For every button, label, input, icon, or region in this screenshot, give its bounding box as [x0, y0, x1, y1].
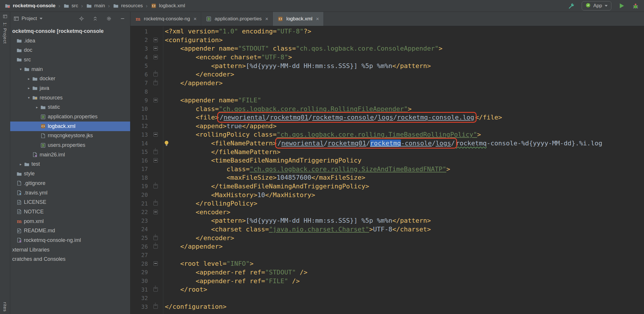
code-text[interactable]: </root>: [163, 286, 207, 293]
code-text[interactable]: <appender name="STDOUT" class="ch.qos.lo…: [163, 45, 443, 52]
code-text[interactable]: class="ch.qos.logback.core.rolling.Rolli…: [163, 105, 412, 113]
fold-end-icon[interactable]: [153, 72, 158, 76]
tree-item-doc[interactable]: doc: [10, 45, 130, 55]
code-text[interactable]: <appender-ref ref="FILE" />: [163, 277, 300, 285]
breadcrumb-item-logback-xml[interactable]: logback.xml: [149, 3, 187, 9]
code-text[interactable]: <fileNamePattern>/neworiental/rocketmq01…: [163, 140, 602, 147]
tree-item-readme-md[interactable]: README.md: [10, 226, 130, 236]
code-editor[interactable]: 1<?xml version="1.0" encoding="UTF-8"?>2…: [130, 26, 644, 314]
hide-panel-icon[interactable]: [119, 15, 126, 22]
tree-item-resources[interactable]: ▾resources: [10, 93, 130, 103]
code-text[interactable]: </configuration>: [163, 303, 227, 310]
fold-collapse-icon[interactable]: [153, 210, 158, 214]
code-text[interactable]: <?xml version="1.0" encoding="UTF-8"?>: [163, 28, 311, 35]
code-text[interactable]: <MaxHistory>10</MaxHistory>: [163, 191, 315, 199]
tree-item-rmqcngkeystore-jks[interactable]: rmqcngkeystore.jks: [10, 131, 130, 141]
fold-end-icon[interactable]: [153, 304, 158, 309]
fold-end-icon[interactable]: [153, 201, 158, 206]
tree-item-pom-xml[interactable]: mpom.xml: [10, 217, 130, 226]
tree-item-cratches-and-consoles[interactable]: cratches and Consoles: [10, 255, 130, 264]
locate-file-icon[interactable]: [78, 15, 85, 22]
code-text[interactable]: <encoder charset="UTF-8">: [163, 53, 292, 61]
code-text[interactable]: </fileNamePattern>: [163, 148, 280, 156]
tree-item-rocketmq-console-ng-iml[interactable]: rocketmq-console-ng.iml: [10, 236, 130, 245]
code-text[interactable]: </encoder>: [163, 234, 234, 242]
fold-end-icon[interactable]: [153, 184, 158, 188]
close-icon[interactable]: ×: [264, 16, 268, 22]
code-text[interactable]: <appender-ref ref="STDOUT" />: [163, 269, 307, 276]
fold-collapse-icon[interactable]: [153, 132, 158, 137]
editor-tab-rocketmq-console-ng[interactable]: mrocketmq-console-ng×: [130, 12, 201, 26]
code-text[interactable]: <append>true</append>: [163, 122, 277, 130]
chevron-right-icon[interactable]: ▸: [18, 162, 24, 166]
run-configuration-select[interactable]: App: [582, 1, 611, 10]
tree-item-users-properties[interactable]: users.properties: [10, 140, 130, 150]
code-text[interactable]: <pattern>[%d{yyyy-MM-dd HH:mm:ss.SSS}] %…: [163, 217, 431, 224]
tree-item-license[interactable]: LICENSE: [10, 197, 130, 207]
tree-item-java[interactable]: ▸java: [10, 83, 130, 93]
code-text[interactable]: class="ch.qos.logback.core.rolling.SizeA…: [163, 165, 450, 173]
code-text[interactable]: <pattern>[%d{yyyy-MM-dd HH:mm:ss.SSS}] %…: [163, 62, 431, 69]
tree-item-docker[interactable]: ▸docker: [10, 74, 130, 83]
tool-window-button-favorites[interactable]: rites: [3, 302, 8, 313]
code-text[interactable]: <timeBasedFileNamingAndTriggeringPolicy: [163, 157, 362, 164]
fold-collapse-icon[interactable]: [153, 38, 158, 42]
tool-window-button-project[interactable]: 1: Project: [3, 14, 8, 44]
tree-item-gitignore[interactable]: .gitignore: [10, 179, 130, 188]
tree-item-test[interactable]: ▸test: [10, 160, 130, 169]
close-icon[interactable]: ×: [193, 16, 197, 22]
breadcrumb-item-main[interactable]: main: [84, 3, 107, 9]
close-icon[interactable]: ×: [315, 16, 319, 22]
tree-item-logback-xml[interactable]: logback.xml: [10, 122, 130, 131]
fold-end-icon[interactable]: [153, 244, 158, 249]
tree-item-application-properties[interactable]: application.properties: [10, 112, 130, 122]
breadcrumb-item-rocketmq-console[interactable]: rocketmq-console: [3, 3, 57, 9]
collapse-all-icon[interactable]: [92, 15, 99, 22]
chevron-down-icon[interactable]: [40, 18, 43, 19]
run-button[interactable]: [618, 2, 625, 10]
fold-collapse-icon[interactable]: [153, 46, 158, 51]
chevron-down-icon[interactable]: ▾: [26, 96, 32, 100]
tree-item-notice[interactable]: NOTICE: [10, 207, 130, 217]
breadcrumb-item-resources[interactable]: resources: [111, 3, 144, 9]
code-text[interactable]: <charset class="java.nio.charset.Charset…: [163, 226, 431, 233]
fold-collapse-icon[interactable]: [153, 158, 158, 163]
fold-end-icon[interactable]: [153, 150, 158, 154]
fold-end-icon[interactable]: [153, 236, 158, 240]
code-text[interactable]: <file>/neworiental/rocketmq01/rocketmq-c…: [163, 114, 502, 121]
fold-end-icon[interactable]: [153, 287, 158, 292]
code-text[interactable]: <configuration>: [163, 36, 223, 44]
code-text[interactable]: </timeBasedFileNamingAndTriggeringPolicy…: [163, 183, 369, 190]
code-text[interactable]: </appender>: [163, 243, 223, 250]
intention-bulb-icon[interactable]: [164, 140, 169, 146]
code-text[interactable]: <appender name="FILE": [163, 97, 261, 104]
code-text[interactable]: </appender>: [163, 79, 223, 87]
tree-item-idea[interactable]: .idea: [10, 36, 130, 46]
project-panel-title[interactable]: Project: [22, 16, 37, 22]
fold-collapse-icon[interactable]: [153, 55, 158, 59]
tree-item-main26-iml[interactable]: main26.iml: [10, 150, 130, 160]
code-text[interactable]: <maxFileSize>104857600</maxFileSize>: [163, 174, 365, 181]
tree-item-travis-yml[interactable]: .travis.yml: [10, 188, 130, 198]
tree-item-main[interactable]: ▾main: [10, 65, 130, 74]
debug-button[interactable]: [632, 2, 639, 10]
settings-gear-icon[interactable]: [105, 15, 112, 22]
chevron-down-icon[interactable]: ▾: [18, 67, 24, 71]
fold-collapse-icon[interactable]: [153, 261, 158, 266]
chevron-right-icon[interactable]: ▸: [34, 105, 40, 109]
editor-tab-application-properties[interactable]: application.properties×: [201, 12, 273, 26]
code-text[interactable]: <root level="INFO">: [163, 260, 254, 267]
tree-item-src[interactable]: src: [10, 55, 130, 65]
code-text[interactable]: </encoder>: [163, 71, 234, 78]
code-text[interactable]: </rollingPolicy>: [163, 200, 257, 207]
chevron-right-icon[interactable]: ▸: [26, 77, 32, 81]
tree-item-ocketmq-console-rocketmq-console[interactable]: ocketmq-console [rocketmq-console: [10, 26, 130, 36]
editor-tab-logback-xml[interactable]: logback.xml×: [273, 12, 323, 26]
tree-item-xternal-libraries[interactable]: xternal Libraries: [10, 245, 130, 255]
build-hammer-icon[interactable]: [568, 2, 575, 10]
tree-item-static[interactable]: ▸static: [10, 103, 130, 112]
chevron-right-icon[interactable]: ▸: [26, 86, 32, 90]
code-text[interactable]: <encoder>: [163, 208, 230, 216]
fold-end-icon[interactable]: [153, 81, 158, 85]
tree-item-style[interactable]: style: [10, 169, 130, 179]
